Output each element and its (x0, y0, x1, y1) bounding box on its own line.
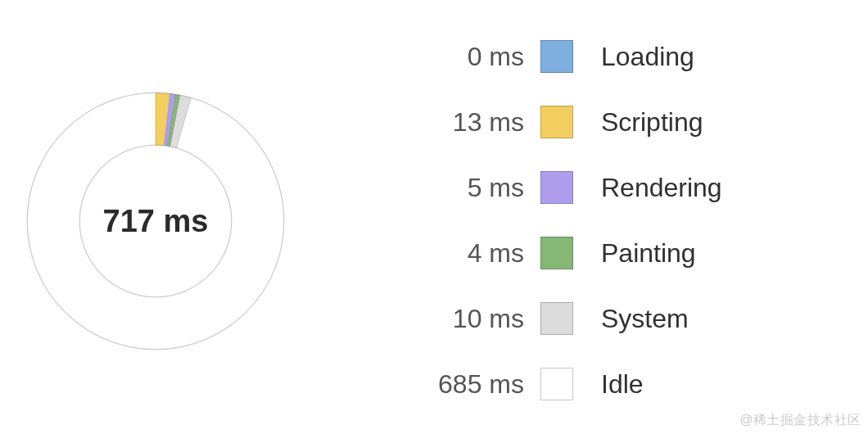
legend-item-system[interactable]: 10 ms System (344, 286, 868, 351)
legend-label: System (573, 304, 689, 334)
legend-label: Scripting (573, 107, 703, 138)
legend-item-loading[interactable]: 0 ms Loading (344, 24, 868, 89)
donut-chart-area: 717 ms (0, 0, 344, 434)
legend-swatch-loading (540, 40, 573, 73)
legend-swatch-painting (540, 237, 573, 269)
legend-item-idle[interactable]: 685 ms Idle (344, 351, 868, 417)
legend: 0 ms Loading 13 ms Scripting 5 ms Render… (344, 1, 868, 433)
legend-time: 10 ms (344, 304, 540, 334)
legend-label: Painting (573, 238, 696, 269)
legend-time: 4 ms (344, 238, 540, 269)
legend-swatch-scripting (540, 106, 573, 138)
legend-time: 685 ms (344, 369, 540, 400)
legend-label: Rendering (573, 173, 722, 203)
legend-label: Loading (573, 42, 694, 72)
legend-time: 0 ms (344, 42, 540, 72)
donut-chart: 717 ms (25, 90, 287, 352)
donut-inner-ring (79, 145, 232, 297)
legend-swatch-rendering (540, 171, 573, 204)
legend-swatch-system (540, 302, 573, 335)
summary-panel: 717 ms 0 ms Loading 13 ms Scripting 5 ms… (0, 0, 868, 434)
legend-item-scripting[interactable]: 13 ms Scripting (344, 89, 868, 155)
donut-svg (25, 90, 287, 352)
legend-item-rendering[interactable]: 5 ms Rendering (344, 155, 868, 220)
donut-slice-idle[interactable] (27, 93, 284, 350)
legend-time: 5 ms (344, 173, 540, 203)
legend-item-painting[interactable]: 4 ms Painting (344, 220, 868, 286)
legend-swatch-idle (540, 368, 573, 400)
legend-label: Idle (573, 369, 644, 400)
legend-time: 13 ms (344, 107, 540, 138)
